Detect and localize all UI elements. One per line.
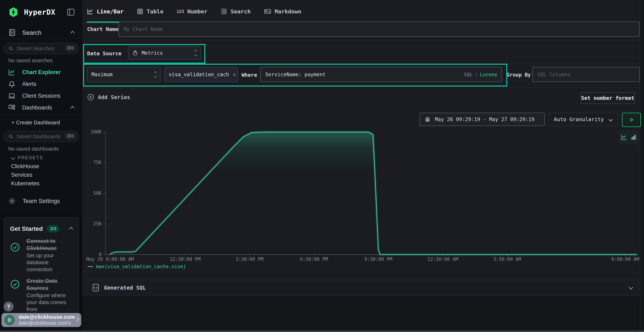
brand-title: HyperDX [24, 8, 56, 16]
y-tick-label: 100K [82, 129, 102, 134]
tab-bar: Line/Bar Table 123 Number Search [82, 0, 640, 23]
sidebar-item-alerts[interactable]: Alerts [0, 79, 82, 89]
generated-sql-toggle[interactable]: Generated SQL [82, 280, 640, 296]
get-started-item-title: Create Data Sources [26, 278, 74, 292]
user-email: dale@clickhouse.com [18, 314, 75, 320]
legend-label: max(visa_validation_cache.size) [96, 264, 186, 269]
create-dashboard-button[interactable]: + Create Dashboard [12, 120, 60, 126]
main-panel: Line/Bar Table 123 Number Search [82, 0, 640, 331]
close-icon[interactable]: × [232, 71, 236, 78]
presets-label: PRESETS [18, 155, 43, 160]
chart-name-input[interactable]: My Chart Name [118, 22, 640, 37]
metrics-stack-icon [132, 50, 138, 56]
sidebar-item-team-settings[interactable]: Team Settings [0, 196, 82, 206]
sidebar-section-search[interactable]: Search [0, 27, 82, 39]
check-circle-icon [10, 279, 20, 289]
hyperdx-app: HyperDX Search Saved Searches ⌘K No save… [0, 0, 644, 332]
lucene-mode-toggle[interactable]: Lucene [480, 72, 497, 77]
list-icon [220, 8, 227, 15]
data-source-select[interactable]: Metrics [128, 46, 201, 60]
saved-searches-input[interactable]: Saved Searches ⌘K [4, 43, 79, 54]
group-by-input[interactable]: SQL Columns [532, 67, 640, 82]
saved-dashboards-shortcut: ⌘K [65, 133, 76, 139]
saved-searches-placeholder: Saved Searches [16, 46, 54, 52]
sql-mode-toggle[interactable]: SQL [464, 72, 472, 77]
plus-circle-icon [87, 94, 94, 101]
where-label: Where [242, 72, 257, 78]
chart-line-icon [87, 8, 94, 15]
add-series-button[interactable]: Add Series [87, 94, 130, 101]
divider [87, 40, 640, 41]
sidebar-item-client-sessions[interactable]: Client Sessions [0, 91, 82, 101]
get-started-card: Get Started 3/3 Connect to ClickHouse Se… [4, 217, 79, 318]
get-started-item[interactable]: Connect to ClickHouse Set up your databa… [10, 238, 74, 273]
x-tick-label: 12:30:00 AM [412, 256, 473, 262]
window-bottom-edge [0, 330, 644, 332]
date-range-value: May 26 09:29:19 - May 27 09:29:19 [435, 116, 534, 122]
saved-dashboards-placeholder: Saved Dashboards [16, 134, 61, 140]
sidebar-item-dashboards[interactable]: Dashboards [0, 103, 82, 113]
add-series-label: Add Series [98, 94, 130, 100]
tab-label: Line/Bar [97, 8, 124, 15]
get-started-item-desc: Configure where your data comes from [26, 292, 74, 313]
date-range-input[interactable]: May 26 09:29:19 - May 27 09:29:19 [420, 113, 545, 126]
table-icon [137, 8, 144, 15]
set-number-format-button[interactable]: Set number format [580, 92, 635, 104]
sidebar-item-label: Team Settings [22, 198, 60, 204]
preset-services[interactable]: Services [11, 172, 32, 178]
bell-icon [8, 80, 16, 88]
granularity-select[interactable]: Auto Granularity [549, 113, 618, 126]
divider [82, 88, 640, 88]
dashboards-icon [8, 104, 16, 112]
x-tick-label: 3:30:00 PM [219, 256, 280, 262]
gear-icon [8, 197, 16, 205]
sidebar-divider [0, 114, 82, 114]
tab-label: Markdown [274, 8, 301, 15]
run-query-button[interactable] [622, 113, 641, 127]
select-chevrons-icon [154, 72, 156, 77]
select-chevrons-icon [195, 50, 197, 56]
where-input[interactable]: ServiceName: payment SQL|Lucene [260, 67, 502, 82]
where-value: ServiceName: payment [265, 72, 326, 78]
preset-kubernetes[interactable]: Kubernetes [11, 180, 40, 187]
presets-toggle[interactable]: PRESETS [12, 155, 43, 160]
user-subtitle: dale@clickhouse.com's [18, 320, 75, 326]
code-icon [92, 283, 99, 292]
time-series-chart[interactable]: 025K50K75K100K May 26 9:00:00 AM12:30:00… [82, 128, 640, 264]
data-source-label: Data Source [87, 50, 122, 56]
no-saved-searches-text: No saved searches [8, 58, 52, 64]
x-tick-label: 6:30:00 PM [284, 256, 344, 262]
get-started-item[interactable]: Create Data Sources Configure where your… [10, 278, 74, 313]
metric-tag[interactable]: visa_validation_cach × [164, 67, 238, 82]
markdown-icon [264, 8, 271, 15]
chevron-up-icon[interactable] [69, 227, 73, 231]
help-button[interactable]: ? [4, 302, 14, 312]
y-tick-label: 75K [82, 160, 102, 165]
aggregation-select[interactable]: Maximum [87, 67, 160, 82]
laptop-icon [8, 92, 16, 100]
check-circle-icon [10, 242, 20, 252]
x-tick-label: 9:30:00 PM [348, 256, 409, 262]
sidebar: HyperDX Search Saved Searches ⌘K No save… [0, 0, 83, 330]
tab-search[interactable]: Search [220, 8, 250, 15]
get-started-item-desc: Set up your database connection [26, 252, 74, 273]
journal-icon [8, 28, 16, 37]
saved-dashboards-input[interactable]: Saved Dashboards ⌘K [4, 131, 79, 142]
x-tick-label: 12:30:00 PM [155, 256, 216, 262]
calendar-icon [424, 116, 430, 123]
preset-clickhouse[interactable]: ClickHouse [11, 163, 39, 170]
sidebar-item-chart-explorer[interactable]: Chart Explorer [0, 67, 82, 77]
play-icon [628, 117, 634, 123]
number-123-icon: 123 [177, 9, 184, 14]
tab-markdown[interactable]: Markdown [264, 8, 301, 15]
sidebar-collapse-icon[interactable] [66, 8, 76, 17]
tab-table[interactable]: Table [137, 8, 163, 15]
tab-line-bar[interactable]: Line/Bar [87, 8, 124, 15]
user-menu[interactable]: D dale@clickhouse.com dale@clickhouse.co… [2, 313, 81, 327]
avatar: D [4, 315, 15, 325]
generated-sql-label: Generated SQL [104, 284, 146, 291]
get-started-progress-badge: 3/3 [47, 225, 60, 232]
tab-number[interactable]: 123 Number [177, 8, 208, 15]
search-icon [8, 134, 14, 139]
sidebar-item-label: Dashboards [22, 104, 52, 111]
